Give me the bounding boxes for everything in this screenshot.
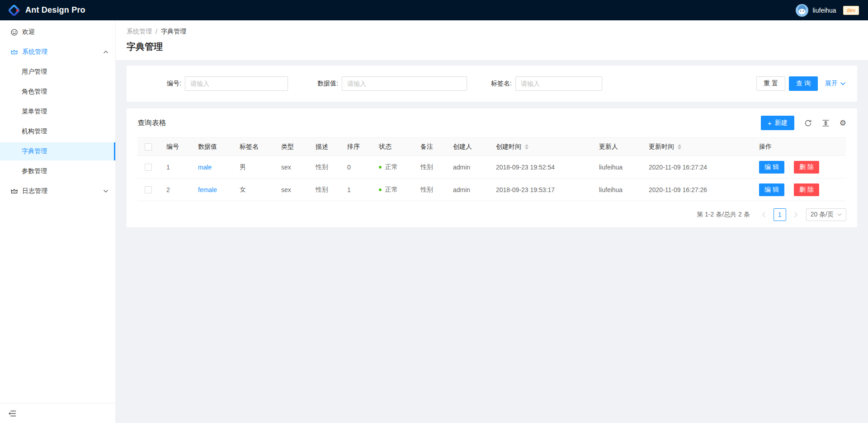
breadcrumb-separator: / xyxy=(156,28,157,35)
cell-id: 1 xyxy=(159,156,191,179)
cell-created-at: 2018-09-23 19:53:17 xyxy=(489,179,592,201)
sidebar-item-welcome[interactable]: 欢迎 xyxy=(0,23,115,41)
sidebar-item-role-mgmt[interactable]: 角色管理 xyxy=(0,83,115,101)
query-button[interactable]: 查 询 xyxy=(789,76,818,91)
sidebar-item-label: 角色管理 xyxy=(22,88,47,96)
cell-sort: 0 xyxy=(340,156,372,179)
sidebar-item-user-mgmt[interactable]: 用户管理 xyxy=(0,63,115,81)
reset-button[interactable]: 重 置 xyxy=(756,76,785,91)
value-input[interactable] xyxy=(342,76,467,91)
value-link[interactable]: male xyxy=(198,164,212,171)
select-all-cell xyxy=(137,138,159,156)
value-link[interactable]: female xyxy=(198,186,217,193)
avatar[interactable] xyxy=(796,4,808,17)
col-sort: 排序 xyxy=(340,138,372,156)
col-value: 数据值 xyxy=(191,138,232,156)
row-actions: 编 辑 删 除 xyxy=(759,183,839,196)
cell-desc: 性别 xyxy=(308,179,340,201)
tag-input[interactable] xyxy=(515,76,602,91)
table-row: 1 male 男 sex 性别 0 正常 性别 admin 2018-09-23… xyxy=(137,156,846,179)
next-page-icon[interactable] xyxy=(790,208,802,221)
id-input[interactable] xyxy=(185,76,288,91)
sidebar-item-label: 欢迎 xyxy=(22,28,35,36)
sorter-icon[interactable] xyxy=(678,144,681,150)
page-number[interactable]: 1 xyxy=(774,208,786,221)
page-header: 系统管理 / 字典管理 字典管理 xyxy=(116,20,868,60)
filter-actions: 重 置 查 询 展开 xyxy=(756,76,845,91)
user-menu[interactable]: liufeihua dev xyxy=(796,4,859,17)
row-checkbox[interactable] xyxy=(145,164,152,171)
menu-fold-icon[interactable] xyxy=(8,409,16,418)
col-id: 编号 xyxy=(159,138,191,156)
filter-field-tag: 标签名: xyxy=(491,76,602,91)
col-desc: 描述 xyxy=(308,138,340,156)
toolbar-actions: + 新建 ⚙ xyxy=(761,116,846,130)
cell-updater: liufeihua xyxy=(592,156,642,179)
sidebar-footer xyxy=(0,403,115,423)
filter-field-id: 编号: xyxy=(167,76,288,91)
col-actions: 操作 xyxy=(752,138,846,156)
expand-label: 展开 xyxy=(825,80,838,88)
cell-remark: 性别 xyxy=(413,156,446,179)
filter-label-value: 数据值: xyxy=(317,80,338,88)
sidebar-item-dict-mgmt[interactable]: 字典管理 xyxy=(0,142,115,160)
chevron-down-icon xyxy=(840,82,845,85)
sidebar-item-menu-mgmt[interactable]: 菜单管理 xyxy=(0,103,115,121)
edit-button[interactable]: 编 辑 xyxy=(759,183,784,196)
status-dot-icon xyxy=(379,188,382,191)
sidebar-item-label: 菜单管理 xyxy=(22,108,47,116)
sidebar-item-log-mgmt[interactable]: 日志管理 xyxy=(0,182,115,200)
content-area: 编号: 数据值: 标签名: 重 置 查 询 展开 xyxy=(116,60,868,227)
delete-button[interactable]: 删 除 xyxy=(794,161,819,174)
divider xyxy=(789,163,789,172)
username: liufeihua xyxy=(812,7,836,14)
top-navbar: Ant Design Pro liufeihua dev xyxy=(0,0,868,20)
pagination-total: 第 1-2 条/总共 2 条 xyxy=(697,211,750,219)
table-title: 查询表格 xyxy=(137,118,166,128)
sorter-icon[interactable] xyxy=(525,144,528,150)
prev-page-icon[interactable] xyxy=(757,208,770,221)
chevron-down-icon xyxy=(837,213,842,216)
col-status: 状态 xyxy=(372,138,413,156)
new-button[interactable]: + 新建 xyxy=(761,116,794,130)
row-checkbox[interactable] xyxy=(145,186,152,193)
col-tag: 标签名 xyxy=(232,138,274,156)
reload-icon[interactable] xyxy=(804,119,812,127)
edit-button[interactable]: 编 辑 xyxy=(759,161,784,174)
pagination: 第 1-2 条/总共 2 条 1 20 条/页 xyxy=(137,208,846,221)
app-logo-brand[interactable]: Ant Design Pro xyxy=(7,4,85,17)
row-actions: 编 辑 删 除 xyxy=(759,161,839,174)
cell-type: sex xyxy=(274,179,308,201)
cell-type: sex xyxy=(274,156,308,179)
cell-updated-at: 2020-11-09 16:27:24 xyxy=(642,156,752,179)
search-filter-card: 编号: 数据值: 标签名: 重 置 查 询 展开 xyxy=(127,66,857,102)
sidebar-item-label: 参数管理 xyxy=(22,167,47,175)
col-creator: 创建人 xyxy=(446,138,489,156)
col-created-at: 创建时间 xyxy=(489,138,592,156)
column-height-icon[interactable] xyxy=(822,119,830,127)
data-table: 编号 数据值 标签名 类型 描述 排序 状态 备注 创建人 创建时间 更新人 xyxy=(137,137,846,201)
delete-button[interactable]: 删 除 xyxy=(794,183,819,196)
app-title: Ant Design Pro xyxy=(25,5,85,15)
col-remark: 备注 xyxy=(413,138,446,156)
select-all-checkbox[interactable] xyxy=(145,143,152,150)
breadcrumb: 系统管理 / 字典管理 xyxy=(127,28,857,36)
page-size-select[interactable]: 20 条/页 xyxy=(806,208,846,221)
sidebar-item-param-mgmt[interactable]: 参数管理 xyxy=(0,162,115,180)
cell-updater: liufeihua xyxy=(592,179,642,201)
col-type: 类型 xyxy=(274,138,308,156)
table-row: 2 female 女 sex 性别 1 正常 性别 admin 2018-09-… xyxy=(137,179,846,201)
sidebar-item-label: 机构管理 xyxy=(22,127,47,136)
filter-label-id: 编号: xyxy=(167,80,181,88)
status-dot-icon xyxy=(379,166,382,169)
page-title: 字典管理 xyxy=(127,40,857,53)
sidebar-item-org-mgmt[interactable]: 机构管理 xyxy=(0,122,115,141)
breadcrumb-parent[interactable]: 系统管理 xyxy=(127,28,152,36)
sidebar-menu: 欢迎 系统管理 用户管理 角色管理 菜单管理 机构管理 字典管理 参数管理 xyxy=(0,20,115,200)
table-header-row: 编号 数据值 标签名 类型 描述 排序 状态 备注 创建人 创建时间 更新人 xyxy=(137,138,846,156)
col-updater: 更新人 xyxy=(592,138,642,156)
settings-gear-icon[interactable]: ⚙ xyxy=(840,119,846,127)
crown-icon xyxy=(11,49,18,56)
sidebar-item-system-mgmt[interactable]: 系统管理 xyxy=(0,43,115,61)
expand-toggle[interactable]: 展开 xyxy=(825,80,845,88)
